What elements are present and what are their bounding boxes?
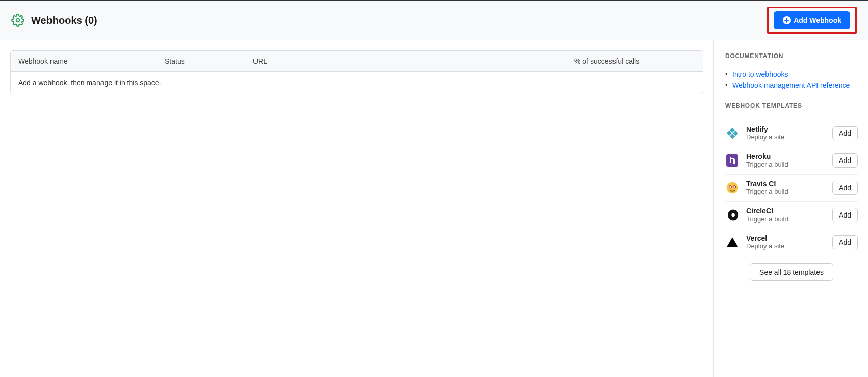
template-netlify: Netlify Deploy a site Add bbox=[725, 120, 858, 147]
template-name: Netlify bbox=[746, 125, 825, 133]
main-panel: Webhook name Status URL % of successful … bbox=[0, 40, 714, 377]
plus-circle-icon bbox=[783, 16, 791, 24]
add-template-button[interactable]: Add bbox=[832, 153, 858, 168]
header-left: Webhooks (0) bbox=[11, 14, 97, 27]
col-status: Status bbox=[165, 57, 253, 65]
col-webhook-name: Webhook name bbox=[18, 57, 165, 65]
documentation-list: Intro to webhooks Webhook management API… bbox=[725, 70, 858, 89]
template-desc: Trigger a build bbox=[746, 160, 825, 168]
table-header: Webhook name Status URL % of successful … bbox=[11, 51, 703, 72]
doc-link-intro[interactable]: Intro to webhooks bbox=[732, 70, 788, 78]
table-empty-row: Add a webhook, then manage it in this sp… bbox=[11, 72, 703, 94]
template-circleci: CircleCI Trigger a build Add bbox=[725, 202, 858, 229]
highlight-annotation: Add Webhook bbox=[767, 7, 857, 34]
page-title: Webhooks (0) bbox=[31, 15, 97, 26]
netlify-icon bbox=[725, 126, 739, 140]
template-desc: Deploy a site bbox=[746, 133, 825, 141]
travisci-icon bbox=[725, 181, 739, 195]
col-pct-successful: % of successful calls bbox=[574, 57, 695, 65]
svg-point-3 bbox=[727, 182, 738, 193]
add-template-button[interactable]: Add bbox=[832, 126, 858, 140]
template-travisci: Travis CI Trigger a build Add bbox=[725, 175, 858, 202]
template-desc: Deploy a site bbox=[746, 242, 825, 250]
documentation-title: DOCUMENTATION bbox=[725, 52, 858, 64]
webhooks-table: Webhook name Status URL % of successful … bbox=[10, 50, 703, 94]
vercel-icon bbox=[725, 235, 739, 249]
see-all-wrap: See all 18 templates bbox=[725, 256, 858, 290]
page-header: Webhooks (0) Add Webhook bbox=[0, 1, 868, 40]
template-vercel: Vercel Deploy a site Add bbox=[725, 229, 858, 256]
svg-rect-2 bbox=[726, 154, 738, 167]
add-webhook-button[interactable]: Add Webhook bbox=[774, 11, 850, 29]
template-desc: Trigger a build bbox=[746, 215, 825, 223]
template-name: Travis CI bbox=[746, 180, 825, 188]
template-name: CircleCI bbox=[746, 207, 825, 215]
add-template-button[interactable]: Add bbox=[832, 181, 858, 195]
svg-point-4 bbox=[729, 185, 732, 188]
svg-point-7 bbox=[731, 213, 735, 217]
gear-icon bbox=[11, 14, 24, 27]
templates-title: WEBHOOK TEMPLATES bbox=[725, 102, 858, 114]
see-all-templates-button[interactable]: See all 18 templates bbox=[750, 263, 833, 281]
svg-point-0 bbox=[16, 19, 20, 22]
heroku-icon bbox=[725, 153, 739, 168]
template-name: Vercel bbox=[746, 234, 825, 242]
doc-link-api-ref[interactable]: Webhook management API reference bbox=[732, 81, 850, 89]
sidebar: DOCUMENTATION Intro to webhooks Webhook … bbox=[714, 40, 868, 377]
template-name: Heroku bbox=[746, 152, 825, 160]
template-heroku: Heroku Trigger a build Add bbox=[725, 147, 858, 175]
add-webhook-label: Add Webhook bbox=[794, 16, 841, 24]
add-template-button[interactable]: Add bbox=[832, 208, 858, 222]
list-item: Intro to webhooks bbox=[725, 70, 858, 78]
add-template-button[interactable]: Add bbox=[832, 235, 858, 249]
circleci-icon bbox=[725, 208, 739, 222]
col-url: URL bbox=[253, 57, 574, 65]
svg-point-5 bbox=[733, 185, 736, 188]
template-desc: Trigger a build bbox=[746, 188, 825, 195]
list-item: Webhook management API reference bbox=[725, 81, 858, 89]
